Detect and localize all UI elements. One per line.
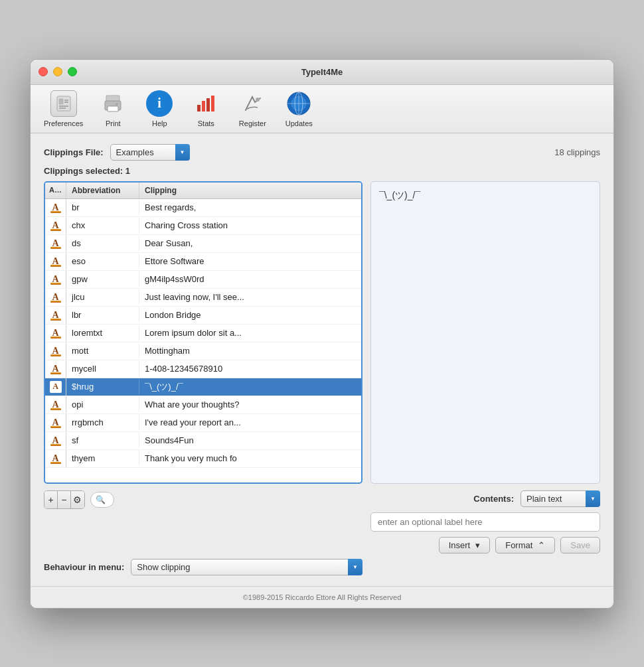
- contents-label: Contents:: [473, 494, 514, 504]
- clippings-file-label: Clippings File:: [44, 147, 104, 157]
- table-row[interactable]: A jlcu Just leaving now, I'll see...: [45, 289, 361, 307]
- toolbar-print[interactable]: Print: [96, 90, 129, 127]
- clipping-type-icon: A: [50, 202, 62, 214]
- footer: ©1989-2015 Riccardo Ettore All Rights Re…: [31, 586, 613, 608]
- row-icon-cell: A: [45, 235, 66, 252]
- insert-button[interactable]: Insert ▾: [439, 537, 491, 554]
- label-input[interactable]: [370, 512, 600, 532]
- row-clipping: Charing Cross station: [139, 218, 361, 233]
- bottom-right-controls: Contents: Plain text Rich text Picture S…: [370, 490, 600, 554]
- row-clipping: Just leaving now, I'll see...: [139, 289, 361, 305]
- row-abbr: ds: [66, 236, 139, 251]
- svg-text:i: i: [158, 96, 162, 110]
- toolbar-updates[interactable]: Updates: [282, 90, 315, 127]
- table-row[interactable]: A eso Ettore Software: [45, 253, 361, 271]
- toolbar-preferences[interactable]: Preferences: [44, 90, 83, 127]
- add-clipping-button[interactable]: +: [44, 491, 58, 508]
- titlebar: TypeIt4Me: [31, 60, 613, 85]
- table-row[interactable]: A sf Sounds4Fun: [45, 432, 361, 450]
- row-clipping: Best regards,: [139, 200, 361, 215]
- row-abbr: opi: [66, 397, 139, 412]
- close-button[interactable]: [39, 67, 48, 76]
- clippings-file-left: Clippings File: Examples: [44, 144, 190, 161]
- table-row[interactable]: A mott Mottingham: [45, 342, 361, 360]
- table-row[interactable]: A loremtxt Lorem ipsum dolor sit a...: [45, 325, 361, 342]
- bottom-section: + − ⚙ 🔍: [44, 490, 600, 554]
- svg-rect-13: [202, 101, 205, 111]
- clippings-table-container: A… Abbreviation Clipping A br Best regar…: [44, 181, 362, 484]
- table-row[interactable]: A br Best regards,: [45, 199, 361, 217]
- register-icon: [239, 90, 266, 117]
- minus-icon: −: [61, 494, 66, 505]
- row-icon-cell: A: [45, 271, 66, 288]
- table-row-selected[interactable]: A $hrug ¯\_(ツ)_/¯: [45, 378, 361, 396]
- remove-clipping-button[interactable]: −: [58, 491, 71, 508]
- clipping-type-icon: A: [50, 363, 62, 375]
- row-abbr: br: [66, 200, 139, 215]
- clipping-type-icon: A: [50, 453, 62, 465]
- col-header-abbr: Abbreviation: [66, 183, 139, 198]
- table-row[interactable]: A thyem Thank you very much fo: [45, 450, 361, 468]
- clipping-type-icon: A: [50, 399, 62, 411]
- row-abbr: lbr: [66, 307, 139, 323]
- table-row[interactable]: A gpw gM4ilp4ssW0rd: [45, 271, 361, 289]
- row-icon-cell: A: [45, 217, 66, 234]
- search-icon: 🔍: [96, 495, 106, 504]
- print-label: Print: [106, 119, 121, 127]
- toolbar-help[interactable]: i Help: [143, 90, 176, 127]
- svg-rect-14: [206, 98, 210, 111]
- window-title: TypeIt4Me: [301, 67, 343, 77]
- format-button[interactable]: Format ⌃: [495, 537, 555, 554]
- clippings-file-dropdown[interactable]: Examples: [110, 144, 190, 161]
- row-icon-cell: A: [45, 414, 66, 431]
- main-area: A… Abbreviation Clipping A br Best regar…: [44, 181, 600, 484]
- stats-label: Stats: [198, 119, 214, 127]
- clipping-type-icon: A: [50, 273, 62, 285]
- row-clipping: ¯\_(ツ)_/¯: [139, 378, 361, 396]
- row-clipping: I've read your report an...: [139, 415, 361, 430]
- minimize-button[interactable]: [53, 67, 62, 76]
- table-row[interactable]: A lbr London Bridge: [45, 307, 361, 325]
- row-abbr: sf: [66, 433, 139, 448]
- row-abbr: eso: [66, 254, 139, 269]
- gear-button[interactable]: ⚙: [71, 491, 84, 508]
- table-row[interactable]: A chx Charing Cross station: [45, 217, 361, 235]
- contents-type-dropdown[interactable]: Plain text Rich text Picture Script: [521, 490, 600, 507]
- insert-dropdown-arrow[interactable]: ▾: [475, 540, 480, 550]
- row-abbr: rrgbmch: [66, 415, 139, 430]
- format-dropdown-arrow[interactable]: ⌃: [538, 540, 545, 550]
- row-abbr: thyem: [66, 451, 139, 466]
- row-icon-cell: A: [45, 432, 66, 449]
- svg-point-16: [256, 98, 260, 102]
- print-icon: [100, 90, 126, 117]
- table-row[interactable]: A rrgbmch I've read your report an...: [45, 414, 361, 432]
- behaviour-dropdown[interactable]: Show clipping Show abbreviation Show lab…: [131, 559, 362, 575]
- clippings-file-dropdown-wrapper: Examples: [110, 144, 190, 161]
- action-row: Insert ▾ Format ⌃ Save: [370, 537, 600, 554]
- svg-point-9: [116, 103, 118, 106]
- row-abbr: jlcu: [66, 289, 139, 305]
- register-label: Register: [239, 119, 266, 127]
- row-icon-cell: A: [45, 342, 66, 360]
- insert-label: Insert: [449, 540, 471, 550]
- preferences-label: Preferences: [44, 119, 83, 127]
- help-label: Help: [152, 119, 167, 127]
- titlebar-buttons: [39, 67, 77, 76]
- row-clipping: London Bridge: [139, 307, 361, 323]
- svg-rect-1: [59, 99, 63, 104]
- clippings-file-row: Clippings File: Examples 18 clippings: [44, 144, 600, 161]
- svg-rect-8: [108, 106, 118, 111]
- footer-text: ©1989-2015 Riccardo Ettore All Rights Re…: [243, 593, 402, 601]
- row-clipping: What are your thoughts?: [139, 397, 361, 412]
- behaviour-dropdown-wrapper: Show clipping Show abbreviation Show lab…: [131, 559, 362, 575]
- table-row[interactable]: A ds Dear Susan,: [45, 235, 361, 253]
- maximize-button[interactable]: [68, 67, 77, 76]
- toolbar-register[interactable]: Register: [236, 90, 269, 127]
- table-row[interactable]: A mycell 1-408-12345678910: [45, 360, 361, 378]
- clipping-type-icon: A: [50, 220, 62, 232]
- row-abbr: gpw: [66, 271, 139, 287]
- toolbar-stats[interactable]: Stats: [189, 90, 222, 127]
- table-row[interactable]: A opi What are your thoughts?: [45, 396, 361, 414]
- row-abbr: chx: [66, 218, 139, 233]
- toolbar: Preferences Print i Help: [31, 85, 613, 133]
